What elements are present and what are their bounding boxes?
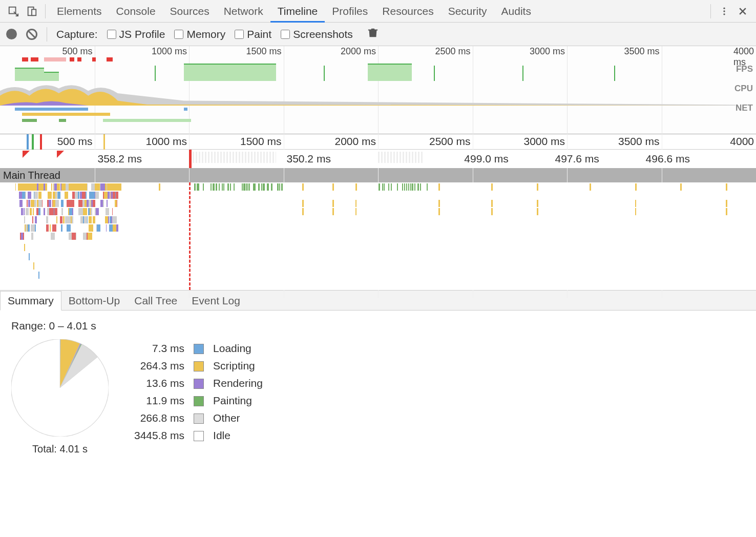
- divider: [47, 27, 47, 42]
- capture-jsprofile-toggle[interactable]: JS Profile: [107, 28, 165, 40]
- divider: [710, 4, 711, 18]
- ruler-tick: 2500 ms: [429, 135, 473, 148]
- summary-pie-chart: [11, 339, 109, 437]
- clear-button[interactable]: [26, 29, 37, 40]
- legend-ms: 13.6 ms: [130, 375, 188, 391]
- tab-profiles[interactable]: Profiles: [325, 0, 375, 22]
- tab-timeline[interactable]: Timeline: [270, 0, 325, 22]
- devtools-tab-bar: Elements Console Sources Network Timelin…: [0, 0, 756, 23]
- frame-duration: 499.0 ms: [461, 150, 559, 168]
- svg-point-4: [723, 10, 725, 12]
- marker-domcontent: [27, 134, 29, 150]
- record-button[interactable]: [6, 29, 17, 39]
- marker: [103, 134, 105, 150]
- summary-legend: 7.3 msLoading 264.3 msScripting 13.6 msR…: [129, 339, 268, 445]
- frame-duration: 497.6 ms: [552, 150, 642, 168]
- legend-ms: 11.9 ms: [130, 393, 188, 409]
- close-devtools-icon[interactable]: [733, 2, 752, 20]
- tab-console[interactable]: Console: [109, 0, 163, 22]
- ruler-tick: 3500 ms: [624, 46, 661, 57]
- legend-label: Scripting: [209, 358, 267, 374]
- frames-track[interactable]: 358.2 ms 350.2 ms 499.0 ms 497.6 ms 496.…: [0, 150, 756, 168]
- marker-load: [32, 134, 34, 150]
- more-menu-icon[interactable]: [715, 2, 733, 20]
- capture-memory-toggle[interactable]: Memory: [174, 28, 225, 40]
- net-track: [0, 107, 736, 127]
- ruler-tick: 3000 ms: [523, 135, 567, 148]
- ruler-tick: 3000 ms: [530, 46, 567, 57]
- svg-rect-2: [32, 9, 36, 15]
- frame-duration: 350.2 ms: [284, 150, 379, 168]
- garbage-collect-icon[interactable]: [367, 27, 379, 42]
- capture-memory-label: Memory: [186, 28, 225, 40]
- capture-toolbar: Capture: JS Profile Memory Paint Screens…: [0, 23, 756, 46]
- tab-sources[interactable]: Sources: [163, 0, 217, 22]
- legend-label: Other: [209, 410, 267, 426]
- swatch-idle: [194, 431, 204, 441]
- svg-point-3: [723, 7, 725, 9]
- ruler-tick: 1500 ms: [240, 135, 284, 148]
- ruler-tick: 2000 ms: [341, 46, 378, 57]
- cpu-label: CPU: [734, 79, 753, 98]
- fps-label: FPS: [734, 59, 753, 79]
- tab-elements[interactable]: Elements: [50, 0, 109, 22]
- capture-jsprofile-label: JS Profile: [119, 28, 165, 40]
- swatch-other: [194, 414, 204, 424]
- summary-panel: Range: 0 – 4.01 s Total: 4.01 s 7.3 msLo…: [0, 311, 756, 464]
- ruler-tick: 1000 ms: [152, 46, 189, 57]
- legend-ms: 266.8 ms: [130, 410, 188, 426]
- overview-ruler: 500 ms 1000 ms 1500 ms 2000 ms 2500 ms 3…: [0, 46, 756, 58]
- legend-ms: 264.3 ms: [130, 358, 188, 374]
- inspect-element-icon[interactable]: [4, 2, 23, 20]
- flame-chart[interactable]: /* bars generated below */: [0, 182, 756, 290]
- marker: [40, 134, 42, 150]
- capture-screenshots-label: Screenshots: [293, 28, 353, 40]
- legend-ms: 3445.8 ms: [130, 427, 188, 444]
- capture-paint-toggle[interactable]: Paint: [235, 28, 271, 40]
- legend-label: Painting: [209, 393, 267, 409]
- tab-network[interactable]: Network: [217, 0, 270, 22]
- ruler-tick: 3500 ms: [618, 135, 662, 148]
- timeline-overview[interactable]: 500 ms 1000 ms 1500 ms 2000 ms 2500 ms 3…: [0, 46, 756, 134]
- overview-track-labels: FPS CPU NET: [734, 59, 753, 118]
- tab-resources[interactable]: Resources: [375, 0, 440, 22]
- ruler-tick: 1000 ms: [145, 135, 189, 148]
- ruler-tick: 2500 ms: [435, 46, 472, 57]
- legend-label: Loading: [209, 340, 267, 357]
- capture-screenshots-toggle[interactable]: Screenshots: [281, 28, 353, 40]
- tab-security[interactable]: Security: [441, 0, 494, 22]
- tab-call-tree[interactable]: Call Tree: [127, 292, 184, 310]
- total-text: Total: 4.01 s: [11, 443, 109, 455]
- svg-point-5: [723, 13, 725, 15]
- legend-label: Rendering: [209, 375, 267, 391]
- frame-duration: 496.6 ms: [643, 150, 733, 168]
- tab-event-log[interactable]: Event Log: [184, 292, 247, 310]
- legend-ms: 7.3 ms: [130, 340, 188, 357]
- cpu-track: [0, 81, 736, 106]
- device-toolbar-icon[interactable]: [23, 2, 41, 20]
- swatch-scripting: [194, 361, 204, 371]
- fps-track: [0, 60, 736, 81]
- legend-label: Idle: [209, 427, 267, 444]
- capture-paint-label: Paint: [247, 28, 271, 40]
- ruler-tick: 2000 ms: [334, 135, 378, 148]
- range-text: Range: 0 – 4.01 s: [11, 320, 745, 332]
- frame-duration: 358.2 ms: [95, 150, 190, 168]
- ruler-tick: 500 ms: [57, 135, 95, 148]
- tab-summary[interactable]: Summary: [0, 291, 61, 311]
- tab-audits[interactable]: Audits: [494, 0, 538, 22]
- detail-ruler[interactable]: 500 ms 1000 ms 1500 ms 2000 ms 2500 ms 3…: [0, 134, 756, 150]
- ruler-tick: 1500 ms: [246, 46, 283, 57]
- capture-label: Capture:: [56, 28, 98, 40]
- net-label: NET: [734, 98, 753, 118]
- divider: [45, 4, 46, 18]
- swatch-loading: [194, 344, 204, 354]
- swatch-rendering: [194, 379, 204, 389]
- swatch-painting: [194, 396, 204, 406]
- ruler-tick: 500 ms: [62, 46, 94, 57]
